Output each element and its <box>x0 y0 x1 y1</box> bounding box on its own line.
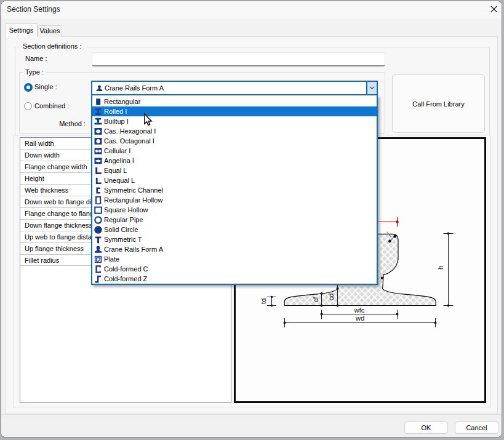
svg-text:wd: wd <box>355 314 364 322</box>
svg-text:h: h <box>437 266 444 270</box>
svg-text:wfc: wfc <box>354 306 365 314</box>
svg-text:td: td <box>260 298 268 304</box>
svg-text:cf: cf <box>312 297 319 303</box>
svg-text:cd: cd <box>327 294 335 301</box>
